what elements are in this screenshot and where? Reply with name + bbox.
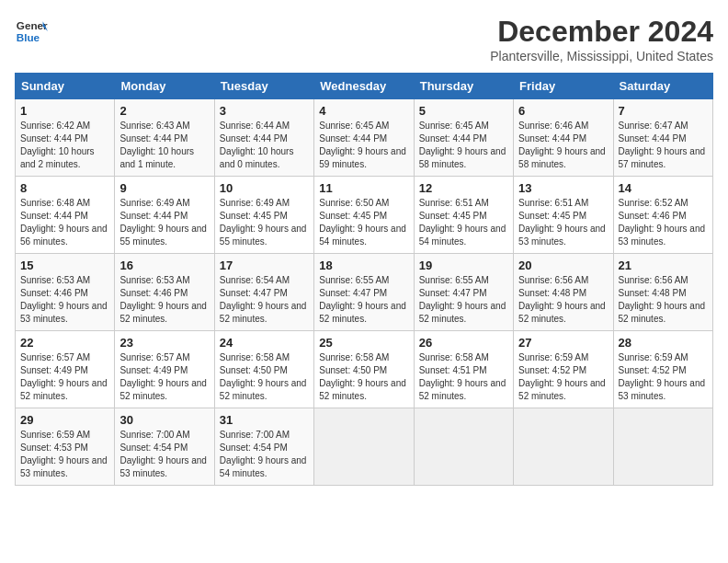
day-info: Sunrise: 6:59 AMSunset: 4:52 PMDaylight:… [518, 351, 608, 403]
day-number: 8 [20, 181, 109, 195]
day-number: 6 [518, 104, 608, 118]
day-number: 4 [319, 104, 408, 118]
day-cell: 19Sunrise: 6:55 AMSunset: 4:47 PMDayligh… [414, 254, 513, 331]
day-number: 9 [119, 181, 209, 195]
day-info: Sunrise: 6:47 AMSunset: 4:44 PMDaylight:… [619, 120, 708, 171]
day-cell: 6Sunrise: 6:46 AMSunset: 4:44 PMDaylight… [514, 99, 613, 177]
day-info: Sunrise: 6:55 AMSunset: 4:47 PMDaylight:… [319, 274, 408, 326]
day-cell: 18Sunrise: 6:55 AMSunset: 4:47 PMDayligh… [314, 254, 414, 331]
day-info: Sunrise: 6:57 AMSunset: 4:49 PMDaylight:… [20, 351, 109, 403]
day-info: Sunrise: 6:56 AMSunset: 4:48 PMDaylight:… [619, 274, 708, 326]
day-info: Sunrise: 6:53 AMSunset: 4:46 PMDaylight:… [119, 274, 209, 326]
day-header-saturday: Saturday [613, 74, 712, 99]
day-number: 5 [419, 104, 508, 118]
day-cell: 26Sunrise: 6:58 AMSunset: 4:51 PMDayligh… [414, 331, 513, 408]
day-cell: 25Sunrise: 6:58 AMSunset: 4:50 PMDayligh… [314, 331, 414, 408]
title-area: December 2024 Plantersville, Mississippi… [490, 15, 713, 63]
day-cell: 31Sunrise: 7:00 AMSunset: 4:54 PMDayligh… [214, 408, 313, 486]
day-number: 11 [319, 181, 408, 195]
header: General Blue December 2024 Plantersville… [15, 15, 713, 63]
day-cell: 1Sunrise: 6:42 AMSunset: 4:44 PMDaylight… [16, 99, 115, 177]
day-number: 28 [619, 336, 708, 350]
day-info: Sunrise: 6:48 AMSunset: 4:44 PMDaylight:… [20, 197, 109, 248]
day-info: Sunrise: 6:58 AMSunset: 4:51 PMDaylight:… [419, 351, 508, 403]
day-number: 17 [220, 259, 309, 272]
day-number: 1 [20, 104, 109, 118]
week-row-3: 15Sunrise: 6:53 AMSunset: 4:46 PMDayligh… [16, 254, 713, 331]
week-row-5: 29Sunrise: 6:59 AMSunset: 4:53 PMDayligh… [16, 408, 713, 486]
day-info: Sunrise: 6:56 AMSunset: 4:48 PMDaylight:… [518, 274, 608, 326]
day-number: 20 [518, 259, 608, 272]
calendar-title: December 2024 [490, 15, 713, 49]
day-cell [514, 408, 613, 486]
day-number: 22 [20, 336, 109, 350]
day-cell: 8Sunrise: 6:48 AMSunset: 4:44 PMDaylight… [16, 177, 115, 254]
day-info: Sunrise: 6:57 AMSunset: 4:49 PMDaylight:… [119, 351, 209, 403]
day-info: Sunrise: 6:54 AMSunset: 4:47 PMDaylight:… [220, 274, 309, 326]
day-info: Sunrise: 7:00 AMSunset: 4:54 PMDaylight:… [119, 429, 209, 480]
day-header-sunday: Sunday [16, 74, 115, 99]
calendar-table: SundayMondayTuesdayWednesdayThursdayFrid… [15, 73, 713, 486]
day-cell: 22Sunrise: 6:57 AMSunset: 4:49 PMDayligh… [16, 331, 115, 408]
day-cell: 12Sunrise: 6:51 AMSunset: 4:45 PMDayligh… [414, 177, 513, 254]
day-cell: 13Sunrise: 6:51 AMSunset: 4:45 PMDayligh… [514, 177, 613, 254]
day-cell: 2Sunrise: 6:43 AMSunset: 4:44 PMDaylight… [115, 99, 214, 177]
day-number: 15 [20, 259, 109, 272]
day-cell: 29Sunrise: 6:59 AMSunset: 4:53 PMDayligh… [16, 408, 115, 486]
day-info: Sunrise: 6:43 AMSunset: 4:44 PMDaylight:… [119, 120, 209, 171]
svg-text:Blue: Blue [17, 31, 40, 43]
day-cell: 10Sunrise: 6:49 AMSunset: 4:45 PMDayligh… [214, 177, 313, 254]
day-cell: 16Sunrise: 6:53 AMSunset: 4:46 PMDayligh… [115, 254, 214, 331]
day-number: 26 [419, 336, 508, 350]
day-header-tuesday: Tuesday [214, 74, 313, 99]
day-number: 10 [220, 181, 309, 195]
day-info: Sunrise: 6:52 AMSunset: 4:46 PMDaylight:… [619, 197, 708, 248]
day-info: Sunrise: 6:58 AMSunset: 4:50 PMDaylight:… [319, 351, 408, 403]
day-cell: 27Sunrise: 6:59 AMSunset: 4:52 PMDayligh… [514, 331, 613, 408]
day-number: 16 [119, 259, 209, 272]
day-cell [613, 408, 712, 486]
day-info: Sunrise: 7:00 AMSunset: 4:54 PMDaylight:… [220, 429, 309, 480]
day-number: 30 [119, 413, 209, 427]
week-row-1: 1Sunrise: 6:42 AMSunset: 4:44 PMDaylight… [16, 99, 713, 177]
day-number: 19 [419, 259, 508, 272]
day-number: 31 [220, 413, 309, 427]
week-row-2: 8Sunrise: 6:48 AMSunset: 4:44 PMDaylight… [16, 177, 713, 254]
day-info: Sunrise: 6:51 AMSunset: 4:45 PMDaylight:… [419, 197, 508, 248]
day-number: 13 [518, 181, 608, 195]
day-header-monday: Monday [115, 74, 214, 99]
day-number: 2 [119, 104, 209, 118]
logo: General Blue [15, 15, 48, 48]
day-cell: 23Sunrise: 6:57 AMSunset: 4:49 PMDayligh… [115, 331, 214, 408]
day-info: Sunrise: 6:59 AMSunset: 4:53 PMDaylight:… [20, 429, 109, 480]
day-header-thursday: Thursday [414, 74, 513, 99]
day-number: 21 [619, 259, 708, 272]
day-info: Sunrise: 6:50 AMSunset: 4:45 PMDaylight:… [319, 197, 408, 248]
day-cell: 11Sunrise: 6:50 AMSunset: 4:45 PMDayligh… [314, 177, 414, 254]
day-cell [414, 408, 513, 486]
day-info: Sunrise: 6:49 AMSunset: 4:44 PMDaylight:… [119, 197, 209, 248]
day-number: 3 [220, 104, 309, 118]
day-info: Sunrise: 6:45 AMSunset: 4:44 PMDaylight:… [319, 120, 408, 171]
day-cell: 14Sunrise: 6:52 AMSunset: 4:46 PMDayligh… [613, 177, 712, 254]
day-cell: 21Sunrise: 6:56 AMSunset: 4:48 PMDayligh… [613, 254, 712, 331]
day-cell: 7Sunrise: 6:47 AMSunset: 4:44 PMDaylight… [613, 99, 712, 177]
day-number: 14 [619, 181, 708, 195]
day-info: Sunrise: 6:59 AMSunset: 4:52 PMDaylight:… [619, 351, 708, 403]
calendar-header-row: SundayMondayTuesdayWednesdayThursdayFrid… [16, 74, 713, 99]
day-number: 12 [419, 181, 508, 195]
day-info: Sunrise: 6:53 AMSunset: 4:46 PMDaylight:… [20, 274, 109, 326]
day-info: Sunrise: 6:55 AMSunset: 4:47 PMDaylight:… [419, 274, 508, 326]
day-cell: 4Sunrise: 6:45 AMSunset: 4:44 PMDaylight… [314, 99, 414, 177]
day-cell: 9Sunrise: 6:49 AMSunset: 4:44 PMDaylight… [115, 177, 214, 254]
day-info: Sunrise: 6:49 AMSunset: 4:45 PMDaylight:… [220, 197, 309, 248]
day-number: 27 [518, 336, 608, 350]
day-info: Sunrise: 6:58 AMSunset: 4:50 PMDaylight:… [220, 351, 309, 403]
day-cell: 3Sunrise: 6:44 AMSunset: 4:44 PMDaylight… [214, 99, 313, 177]
day-cell: 20Sunrise: 6:56 AMSunset: 4:48 PMDayligh… [514, 254, 613, 331]
day-info: Sunrise: 6:51 AMSunset: 4:45 PMDaylight:… [518, 197, 608, 248]
day-number: 23 [119, 336, 209, 350]
day-info: Sunrise: 6:46 AMSunset: 4:44 PMDaylight:… [518, 120, 608, 171]
day-info: Sunrise: 6:44 AMSunset: 4:44 PMDaylight:… [220, 120, 309, 171]
week-row-4: 22Sunrise: 6:57 AMSunset: 4:49 PMDayligh… [16, 331, 713, 408]
